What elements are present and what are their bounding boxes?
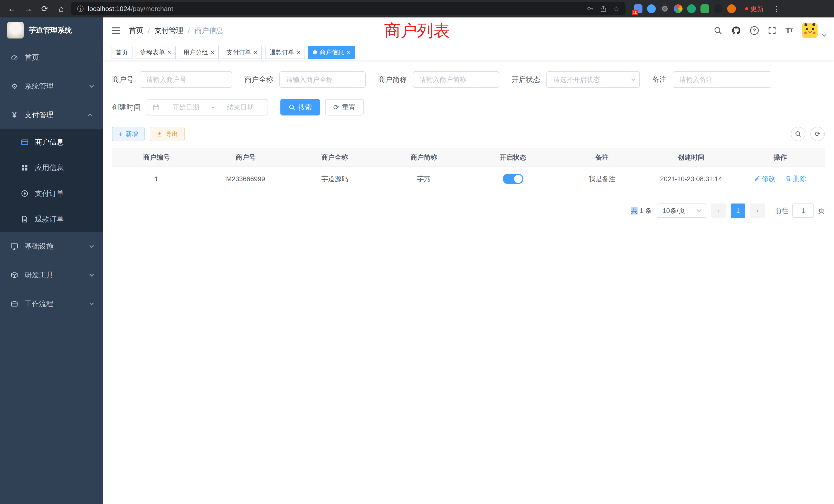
merchant-short-name-input[interactable] xyxy=(413,71,499,88)
tab-merchant-info[interactable]: 商户信息× xyxy=(308,46,355,59)
sidebar-item-merchant-info[interactable]: 商户信息 xyxy=(0,129,103,155)
sidebar-item-app-info[interactable]: 应用信息 xyxy=(0,155,103,181)
tab-payment-order[interactable]: 支付订单× xyxy=(222,46,262,59)
close-icon[interactable]: × xyxy=(254,49,257,55)
reset-button-label: 重置 xyxy=(342,103,355,112)
cell-merchant-index: 1 xyxy=(112,167,201,191)
goto-page-input[interactable] xyxy=(792,204,814,218)
site-info-icon[interactable]: ⓘ xyxy=(77,4,84,13)
toolbar-right: ⟳ xyxy=(791,127,825,141)
date-range-picker[interactable]: 开始日期 - 结束日期 xyxy=(147,99,268,115)
back-icon[interactable]: ← xyxy=(5,5,19,13)
user-avatar[interactable] xyxy=(802,23,817,38)
github-icon[interactable] xyxy=(731,26,741,35)
extension-icon[interactable] xyxy=(660,4,669,13)
add-button[interactable]: + 新增 xyxy=(112,127,145,141)
sidebar-item-workflow[interactable]: 工作流程 xyxy=(0,290,103,318)
tab-user-group[interactable]: 用户分组× xyxy=(179,46,219,59)
sidebar-item-system[interactable]: ⚙ 系统管理 xyxy=(0,72,103,100)
edit-link[interactable]: 修改 xyxy=(754,174,775,183)
tab-label: 商户信息 xyxy=(320,48,344,56)
main-area: 首页 / 支付管理 / 商户信息 ? xyxy=(103,18,834,504)
share-icon[interactable] xyxy=(600,5,607,12)
reset-button[interactable]: ⟳ 重置 xyxy=(325,99,364,115)
col-header: 操作 xyxy=(736,148,825,167)
status-toggle[interactable] xyxy=(503,174,523,184)
page-content: 商户号 商户全称 商户简称 开启状态 xyxy=(103,61,834,504)
export-button-label: 导出 xyxy=(166,130,178,138)
sidebar-item-payment-order[interactable]: 支付订单 xyxy=(0,181,103,206)
breadcrumb-payment[interactable]: 支付管理 xyxy=(155,26,183,36)
extension-icon[interactable] xyxy=(687,4,696,13)
sidebar-logo[interactable]: 芋道管理系统 xyxy=(0,18,103,43)
sidebar-item-label: 应用信息 xyxy=(35,163,64,173)
close-icon[interactable]: × xyxy=(297,49,301,55)
extension-icon[interactable] xyxy=(674,4,682,13)
table-header-row: 商户编号 商户号 商户全称 商户简称 开启状态 备注 创建时间 操作 xyxy=(112,148,825,167)
update-dot-icon xyxy=(745,7,748,10)
fullscreen-icon[interactable] xyxy=(768,26,776,35)
key-icon[interactable] xyxy=(587,5,594,12)
browser-update-button[interactable]: 更新 xyxy=(745,4,764,13)
toggle-search-button[interactable] xyxy=(791,127,805,141)
merchant-card-icon xyxy=(21,138,29,146)
tab-process-form[interactable]: 流程表单× xyxy=(136,46,176,59)
merchant-name-input[interactable] xyxy=(279,71,366,88)
extension-icon[interactable] xyxy=(647,4,656,13)
hamburger-icon[interactable] xyxy=(111,26,121,36)
sidebar-item-label: 工作流程 xyxy=(25,299,53,309)
font-size-icon[interactable]: TT xyxy=(786,26,793,36)
profile-avatar-icon[interactable] xyxy=(727,4,736,13)
cell-remark: 我是备注 xyxy=(557,167,646,191)
next-page-button[interactable]: › xyxy=(750,204,765,218)
close-icon[interactable]: × xyxy=(347,49,350,55)
col-header: 开启状态 xyxy=(468,148,557,167)
page-number-button[interactable]: 1 xyxy=(731,204,745,218)
page-size-select[interactable]: 10条/页 xyxy=(657,204,706,218)
prev-page-button[interactable]: ‹ xyxy=(711,204,726,218)
close-icon[interactable]: × xyxy=(168,49,171,55)
help-icon[interactable]: ? xyxy=(750,26,759,35)
extensions-strip: 10 xyxy=(634,4,736,13)
sidebar-item-home[interactable]: 首页 xyxy=(0,43,103,72)
breadcrumb: 首页 / 支付管理 / 商户信息 xyxy=(129,26,223,36)
home-icon[interactable]: ⌂ xyxy=(54,5,68,13)
search-button[interactable]: 搜索 xyxy=(280,99,320,115)
goto-suffix: 页 xyxy=(818,206,825,215)
close-icon[interactable]: × xyxy=(211,49,214,55)
search-icon[interactable] xyxy=(714,26,722,35)
sidebar-item-refund-order[interactable]: 退款订单 xyxy=(0,206,103,232)
browser-menu-icon[interactable]: ⋮ xyxy=(771,4,783,13)
user-menu-caret-icon[interactable] xyxy=(822,32,827,37)
breadcrumb-home[interactable]: 首页 xyxy=(129,26,143,36)
address-bar[interactable]: ⓘ localhost:1024/pay/merchant ☆ xyxy=(71,2,626,16)
reload-icon[interactable]: ⟳ xyxy=(38,5,51,13)
extension-icon[interactable] xyxy=(714,4,723,13)
sidebar-item-label: 退款订单 xyxy=(35,214,64,224)
forward-icon[interactable]: → xyxy=(22,5,35,13)
trash-icon xyxy=(785,176,791,182)
tab-label: 支付订单 xyxy=(226,48,251,56)
tab-home[interactable]: 首页 xyxy=(111,46,132,59)
sidebar-item-dev-tools[interactable]: 研发工具 xyxy=(0,261,103,290)
merchant-table: 商户编号 商户号 商户全称 商户简称 开启状态 备注 创建时间 操作 1 xyxy=(112,148,825,191)
extension-icon[interactable]: 10 xyxy=(634,4,642,13)
delete-link[interactable]: 删除 xyxy=(785,174,806,183)
refresh-icon: ⟳ xyxy=(333,104,339,111)
bookmark-star-icon[interactable]: ☆ xyxy=(613,5,619,13)
extension-badge: 10 xyxy=(632,10,638,15)
remark-input[interactable] xyxy=(673,71,771,88)
chevron-down-icon xyxy=(89,272,94,277)
tab-refund-order[interactable]: 退款订单× xyxy=(265,46,305,59)
url-text[interactable]: localhost:1024/pay/merchant xyxy=(88,5,583,13)
total-suffix: 条 xyxy=(645,207,652,214)
end-date-placeholder: 结束日期 xyxy=(218,103,262,112)
sidebar-item-infrastructure[interactable]: 基础设施 xyxy=(0,232,103,261)
extension-icon[interactable] xyxy=(701,4,709,13)
sidebar-item-payment[interactable]: ¥ 支付管理 xyxy=(0,100,103,129)
refresh-table-button[interactable]: ⟳ xyxy=(810,127,825,141)
status-select[interactable] xyxy=(546,71,640,88)
browser-toolbar: ← → ⟳ ⌂ ⓘ localhost:1024/pay/merchant ☆ … xyxy=(0,0,834,18)
export-button[interactable]: 导出 xyxy=(150,127,184,141)
merchant-no-input[interactable] xyxy=(140,71,232,88)
